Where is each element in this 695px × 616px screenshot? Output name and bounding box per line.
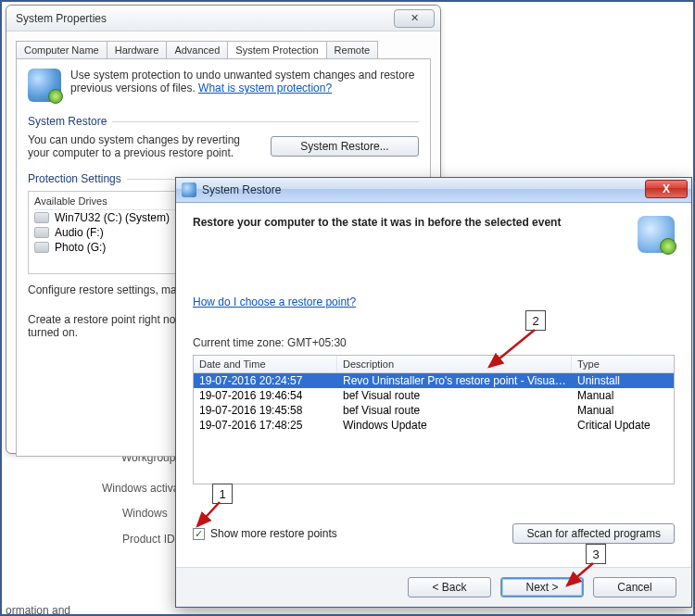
next-button[interactable]: Next > bbox=[500, 577, 584, 597]
cell-type: Manual bbox=[572, 403, 674, 418]
close-button[interactable]: X bbox=[645, 180, 688, 198]
tab-system-protection[interactable]: System Protection bbox=[227, 41, 326, 58]
restore-heading: Restore your computer to the state it wa… bbox=[193, 216, 638, 229]
bg-label-productid: Product ID bbox=[122, 533, 175, 546]
tab-advanced[interactable]: Advanced bbox=[166, 41, 228, 58]
timezone-label: Current time zone: GMT+05:30 bbox=[193, 336, 675, 349]
system-restore-dialog: System Restore X Restore your computer t… bbox=[175, 177, 692, 608]
col-type[interactable]: Type bbox=[572, 356, 674, 372]
table-row[interactable]: 19-07-2016 19:46:54bef Visual routeManua… bbox=[194, 388, 674, 403]
system-restore-desc: You can undo system changes by reverting… bbox=[28, 133, 261, 159]
callout-2: 2 bbox=[525, 310, 546, 331]
cell-date: 19-07-2016 19:46:54 bbox=[194, 388, 337, 403]
wizard-button-bar: < Back Next > Cancel bbox=[176, 567, 691, 607]
system-properties-title: System Properties bbox=[12, 12, 394, 25]
bg-label-bottom: ormation and bbox=[6, 604, 70, 616]
callout-1: 1 bbox=[212, 484, 233, 504]
group-protection-settings-label: Protection Settings bbox=[28, 172, 121, 185]
system-restore-titlebar[interactable]: System Restore X bbox=[176, 178, 691, 203]
scan-for-affected-programs-button[interactable]: Scan for affected programs bbox=[512, 523, 675, 544]
cell-description: Windows Update bbox=[337, 418, 572, 433]
cell-date: 19-07-2016 20:24:57 bbox=[194, 373, 337, 388]
show-more-restore-points-checkbox[interactable]: ✓ Show more restore points bbox=[193, 527, 337, 540]
group-system-restore-label: System Restore bbox=[28, 115, 107, 128]
cell-type: Manual bbox=[572, 388, 674, 403]
cell-date: 19-07-2016 19:45:58 bbox=[194, 403, 337, 418]
show-more-label: Show more restore points bbox=[210, 527, 337, 540]
col-description[interactable]: Description bbox=[337, 356, 572, 372]
restore-icon bbox=[638, 216, 675, 253]
choose-restore-point-link[interactable]: How do I choose a restore point? bbox=[193, 295, 356, 308]
callout-3: 3 bbox=[586, 544, 606, 564]
system-properties-titlebar[interactable]: System Properties ✕ bbox=[6, 6, 440, 31]
tab-computer-name[interactable]: Computer Name bbox=[16, 41, 107, 58]
table-row[interactable]: 19-07-2016 20:24:57Revo Uninstaller Pro'… bbox=[194, 373, 674, 388]
restore-points-table[interactable]: Date and Time Description Type 19-07-201… bbox=[193, 355, 675, 484]
cell-type: Uninstall bbox=[572, 373, 674, 388]
drive-icon bbox=[34, 227, 49, 238]
system-restore-button[interactable]: System Restore... bbox=[271, 136, 419, 157]
tab-hardware[interactable]: Hardware bbox=[107, 41, 168, 58]
cancel-button[interactable]: Cancel bbox=[593, 577, 676, 597]
cell-description: bef Visual route bbox=[337, 388, 572, 403]
cell-description: Revo Uninstaller Pro's restore point - V… bbox=[337, 373, 572, 388]
drive-label: Photo (G:) bbox=[55, 241, 106, 254]
drive-icon bbox=[34, 212, 49, 223]
tab-remote[interactable]: Remote bbox=[326, 41, 379, 58]
cell-description: bef Visual route bbox=[337, 403, 572, 418]
drive-icon bbox=[34, 242, 49, 253]
drive-label: Audio (F:) bbox=[55, 226, 104, 239]
system-protection-icon bbox=[28, 69, 61, 102]
bg-label-windows: Windows bbox=[122, 507, 168, 520]
table-row[interactable]: 19-07-2016 17:48:25Windows UpdateCritica… bbox=[194, 418, 674, 433]
table-header-row: Date and Time Description Type bbox=[194, 356, 674, 373]
tabstrip: Computer Name Hardware Advanced System P… bbox=[6, 31, 440, 58]
system-restore-title: System Restore bbox=[202, 183, 645, 196]
checkbox-box: ✓ bbox=[193, 528, 205, 540]
cell-type: Critical Update bbox=[572, 418, 674, 433]
system-restore-titleicon bbox=[182, 182, 196, 197]
close-button[interactable]: ✕ bbox=[394, 9, 435, 28]
cell-date: 19-07-2016 17:48:25 bbox=[194, 418, 337, 433]
group-system-restore: System Restore bbox=[28, 115, 419, 128]
col-date[interactable]: Date and Time bbox=[194, 356, 337, 372]
drive-label: Win7U32 (C:) (System) bbox=[55, 211, 170, 224]
back-button[interactable]: < Back bbox=[408, 577, 491, 597]
what-is-system-protection-link[interactable]: What is system protection? bbox=[198, 82, 332, 94]
table-row[interactable]: 19-07-2016 19:45:58bef Visual routeManua… bbox=[194, 403, 674, 418]
